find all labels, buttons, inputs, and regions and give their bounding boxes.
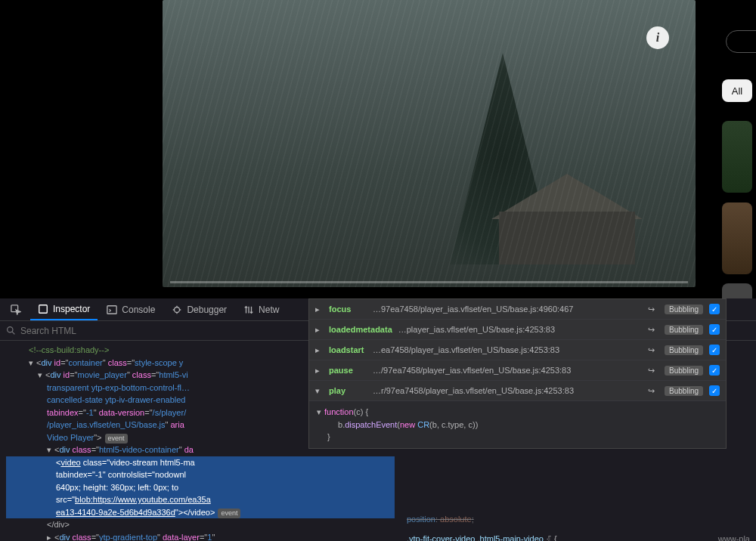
event-handler-code: ▾function(c) { b.dispatchEvent(new CR(b,… bbox=[309, 401, 726, 448]
search-icon bbox=[6, 326, 16, 335]
svg-point-3 bbox=[175, 307, 180, 312]
twisty-icon[interactable]: ▾ bbox=[315, 386, 323, 396]
tab-inspector-label: Inspector bbox=[53, 304, 90, 314]
event-listener-row[interactable]: ▸loadedmetadata…player_ias.vflset/en_US/… bbox=[309, 320, 726, 340]
element-picker-icon[interactable] bbox=[3, 298, 29, 320]
filter-all-button[interactable]: All bbox=[722, 79, 752, 102]
search-input[interactable] bbox=[20, 326, 247, 336]
svg-rect-1 bbox=[39, 305, 48, 313]
event-name: play bbox=[329, 386, 367, 395]
event-badge[interactable]: event bbox=[218, 509, 240, 519]
tab-debugger[interactable]: Debugger bbox=[164, 298, 234, 320]
video-thumbnail[interactable] bbox=[722, 202, 752, 274]
event-name: loadedmetadata bbox=[329, 325, 392, 334]
event-enabled-checkbox[interactable]: ✓ bbox=[709, 324, 720, 335]
event-listener-row[interactable]: ▸focus…97ea7458/player_ias.vflset/en_US/… bbox=[309, 299, 726, 320]
twisty-icon[interactable]: ▸ bbox=[315, 345, 323, 355]
tree-node-cont: tabindex="-1" controlslist="nodownl bbox=[6, 468, 395, 481]
event-name: loadstart bbox=[329, 345, 367, 354]
goto-source-icon[interactable]: ↪ bbox=[648, 345, 658, 355]
goto-source-icon[interactable]: ↪ bbox=[648, 386, 658, 396]
twisty-icon[interactable]: ▸ bbox=[315, 305, 323, 314]
bubbling-badge: Bubbling bbox=[665, 386, 703, 396]
event-name: pause bbox=[329, 366, 367, 375]
tab-debugger-label: Debugger bbox=[187, 305, 227, 315]
event-source-path[interactable]: …97ea7458/player_ias.vflset/en_US/base.j… bbox=[373, 305, 642, 314]
event-name: focus bbox=[329, 305, 367, 314]
bubbling-badge: Bubbling bbox=[665, 366, 703, 376]
tab-console-label: Console bbox=[122, 305, 155, 315]
tab-inspector[interactable]: Inspector bbox=[30, 298, 98, 320]
event-source-path[interactable]: …r/97ea7458/player_ias.vflset/en_US/base… bbox=[373, 386, 642, 395]
video-progress-bar[interactable] bbox=[170, 281, 688, 283]
tree-node-selected[interactable]: <video class="video-stream html5-ma bbox=[6, 456, 395, 469]
event-enabled-checkbox[interactable]: ✓ bbox=[709, 345, 720, 355]
scene-rain bbox=[163, 0, 696, 287]
event-enabled-checkbox[interactable]: ✓ bbox=[709, 304, 720, 314]
tree-node-cont: 640px; height: 360px; left: 0px; to bbox=[6, 481, 395, 494]
video-frame[interactable]: i bbox=[163, 0, 696, 287]
tree-node-cont: src="blob:https://www.youtube.com/ea35a bbox=[6, 493, 395, 506]
event-source-path[interactable]: …ea7458/player_ias.vflset/en_US/base.js:… bbox=[373, 345, 642, 354]
event-listener-row[interactable]: ▸pause…/97ea7458/player_ias.vflset/en_US… bbox=[309, 360, 726, 381]
twisty-icon[interactable]: ▸ bbox=[315, 366, 323, 376]
info-icon[interactable]: i bbox=[646, 26, 669, 49]
event-listener-row[interactable]: ▸loadstart…ea7458/player_ias.vflset/en_U… bbox=[309, 340, 726, 360]
twisty-icon[interactable]: ▾ bbox=[29, 357, 36, 369]
event-listener-row[interactable]: ▾play…r/97ea7458/player_ias.vflset/en_US… bbox=[309, 381, 726, 401]
video-thumbnail[interactable] bbox=[722, 121, 752, 193]
bubbling-badge: Bubbling bbox=[665, 325, 703, 335]
twisty-icon[interactable]: ▾ bbox=[47, 444, 54, 456]
event-source-path[interactable]: …/97ea7458/player_ias.vflset/en_US/base.… bbox=[373, 366, 642, 375]
tree-node-cont: ea13-4140-9a2e-5d6b4d9a336d"></video>eve… bbox=[6, 506, 395, 519]
goto-source-icon[interactable]: ↪ bbox=[648, 366, 658, 376]
event-enabled-checkbox[interactable]: ✓ bbox=[709, 365, 720, 376]
twisty-icon[interactable]: ▸ bbox=[315, 325, 323, 335]
event-badge[interactable]: event bbox=[105, 434, 128, 444]
bubbling-badge: Bubbling bbox=[665, 345, 703, 355]
right-sidebar: All bbox=[718, 0, 756, 298]
bubbling-badge: Bubbling bbox=[665, 305, 703, 314]
goto-source-icon[interactable]: ↪ bbox=[648, 325, 658, 335]
video-player-region: i All bbox=[0, 0, 756, 298]
tree-node-close[interactable]: </div> bbox=[6, 518, 395, 531]
twisty-icon[interactable]: ▸ bbox=[47, 531, 54, 542]
twisty-icon[interactable]: ▾ bbox=[317, 406, 324, 419]
source-file-link[interactable]: www-pla bbox=[718, 533, 750, 541]
svg-point-4 bbox=[8, 327, 13, 332]
tab-network-label: Netw bbox=[259, 305, 279, 315]
goto-source-icon[interactable]: ↪ bbox=[648, 305, 658, 314]
twisty-icon[interactable]: ▾ bbox=[38, 369, 45, 382]
svg-rect-2 bbox=[107, 305, 116, 314]
event-enabled-checkbox[interactable]: ✓ bbox=[709, 385, 720, 396]
tree-node[interactable]: ▸<div class="ytp-gradient-top" data-laye… bbox=[6, 531, 395, 542]
event-source-path[interactable]: …player_ias.vflset/en_US/base.js:4253:83 bbox=[398, 325, 642, 334]
event-listeners-panel: ▸focus…97ea7458/player_ias.vflset/en_US/… bbox=[308, 298, 727, 449]
search-pill[interactable] bbox=[726, 30, 756, 53]
tab-network[interactable]: Netw bbox=[236, 298, 287, 320]
tab-console[interactable]: Console bbox=[99, 298, 163, 320]
